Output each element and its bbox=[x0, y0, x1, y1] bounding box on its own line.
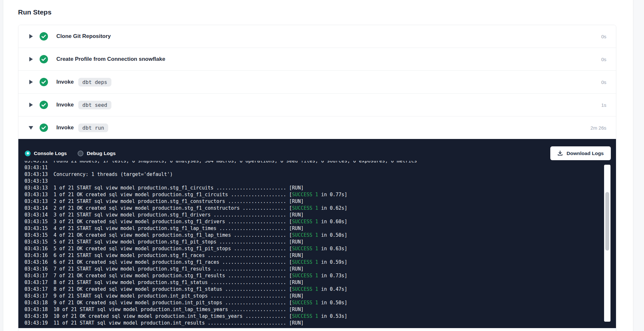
step-label: Create Profile from Connection snowflake bbox=[56, 56, 165, 62]
step-duration: 2m 26s bbox=[591, 125, 606, 131]
log-line: 03:43:13 1 of 21 OK created sql view mod… bbox=[24, 191, 600, 198]
log-success-token: SUCCESS 1 bbox=[292, 192, 318, 198]
download-icon bbox=[557, 151, 563, 156]
expand-caret-icon[interactable] bbox=[28, 57, 34, 61]
expand-caret-icon[interactable] bbox=[28, 80, 34, 84]
expand-caret-icon[interactable] bbox=[28, 103, 34, 107]
status-success-icon bbox=[40, 55, 48, 63]
log-line: 03:43:13 bbox=[24, 178, 600, 185]
log-success-token: SUCCESS 1 bbox=[292, 286, 318, 292]
log-line: 03:43:16 7 of 21 START sql view model pr… bbox=[24, 266, 600, 272]
scrollbar-track[interactable] bbox=[604, 165, 611, 322]
step-row[interactable]: Clone Git Repository 0s bbox=[18, 25, 616, 48]
expand-caret-icon[interactable] bbox=[28, 126, 34, 130]
status-success-icon bbox=[40, 101, 48, 109]
radio-icon bbox=[25, 151, 31, 156]
steps-list: Clone Git Repository 0s Create Profile f… bbox=[18, 25, 616, 139]
step-label: Clone Git Repository bbox=[56, 33, 111, 40]
log-success-token: SUCCESS 1 bbox=[292, 232, 318, 238]
log-line: 03:43:14 3 of 21 START sql view model pr… bbox=[24, 212, 600, 218]
log-line: 03:43:19 11 of 21 START sql view model p… bbox=[24, 320, 600, 326]
step-label: Invoke bbox=[56, 102, 74, 108]
step-row[interactable]: Create Profile from Connection snowflake… bbox=[18, 48, 616, 70]
log-success-token: SUCCESS 1 bbox=[292, 259, 318, 265]
console-header: Console Logs Debug Logs Download Logs bbox=[18, 139, 616, 160]
step-row[interactable]: Invoke dbt deps 0s bbox=[18, 70, 616, 93]
step-duration: 1s bbox=[601, 102, 606, 108]
log-success-token: SUCCESS 1 bbox=[292, 313, 318, 319]
step-label: Invoke bbox=[56, 124, 74, 131]
radio-label: Debug Logs bbox=[87, 151, 116, 156]
log-line: 03:43:13 2 of 21 START sql view model pr… bbox=[24, 198, 600, 205]
log-line: 03:43:17 8 of 21 OK created sql view mod… bbox=[24, 286, 600, 293]
expand-caret-icon[interactable] bbox=[28, 34, 34, 39]
log-line: 03:43:17 7 of 21 OK created sql view mod… bbox=[24, 272, 600, 279]
log-line: 03:43:17 9 of 21 START sql view model pr… bbox=[24, 293, 600, 299]
log-line: 03:43:15 4 of 21 START sql view model pr… bbox=[24, 225, 600, 232]
step-duration: 0s bbox=[601, 34, 606, 39]
download-logs-label: Download Logs bbox=[567, 151, 604, 156]
step-label: Invoke bbox=[56, 79, 74, 85]
status-success-icon bbox=[40, 32, 48, 41]
log-viewport[interactable]: 03:43:11 Found 21 models, 17 tests, 0 sn… bbox=[24, 161, 600, 328]
scrollbar-thumb[interactable] bbox=[605, 192, 609, 251]
radio-label: Console Logs bbox=[34, 151, 67, 156]
page-left-gutter bbox=[0, 0, 3, 331]
step-command-chip: dbt seed bbox=[78, 101, 111, 109]
log-tabs: Console Logs Debug Logs bbox=[25, 151, 127, 156]
page-right-gutter bbox=[633, 0, 644, 331]
step-command-chip: dbt deps bbox=[78, 78, 111, 87]
log-line: 03:43:15 4 of 21 OK created sql view mod… bbox=[24, 232, 600, 239]
log-line: 03:43:16 5 of 21 OK created sql view mod… bbox=[24, 245, 600, 252]
page-title: Run Steps bbox=[18, 8, 52, 16]
step-command-chip: dbt run bbox=[78, 124, 108, 132]
log-line: 03:43:19 10 of 21 OK created sql view mo… bbox=[24, 313, 600, 320]
log-line: 03:43:14 2 of 21 OK created sql view mod… bbox=[24, 205, 600, 212]
log-line: 03:43:18 10 of 21 START sql view model p… bbox=[24, 306, 600, 313]
log-success-token: SUCCESS 1 bbox=[292, 300, 318, 306]
step-duration: 0s bbox=[601, 57, 606, 62]
log-success-token: SUCCESS 1 bbox=[292, 205, 318, 211]
step-duration: 0s bbox=[601, 79, 606, 85]
radio-icon bbox=[78, 151, 83, 156]
tab-console-logs[interactable]: Console Logs bbox=[25, 151, 67, 156]
log-success-token: SUCCESS 1 bbox=[292, 219, 318, 225]
log-line: 03:43:15 3 of 21 OK created sql view mod… bbox=[24, 218, 600, 225]
step-row[interactable]: Invoke dbt seed 1s bbox=[18, 93, 616, 116]
log-line: 03:43:11 Found 21 models, 17 tests, 0 sn… bbox=[24, 161, 600, 164]
log-line: 03:43:11 bbox=[24, 164, 600, 171]
log-line: 03:43:16 6 of 21 START sql view model pr… bbox=[24, 252, 600, 259]
log-success-token: SUCCESS 1 bbox=[292, 246, 318, 252]
console-panel: Console Logs Debug Logs Download Logs 03… bbox=[18, 139, 616, 328]
run-steps-card: Clone Git Repository 0s Create Profile f… bbox=[18, 25, 616, 331]
log-success-token: SUCCESS 1 bbox=[292, 273, 318, 279]
tab-debug-logs[interactable]: Debug Logs bbox=[78, 151, 116, 156]
log-line: 03:43:15 5 of 21 START sql view model pr… bbox=[24, 239, 600, 245]
log-line: 03:43:13 1 of 21 START sql view model pr… bbox=[24, 185, 600, 191]
step-row[interactable]: Invoke dbt run 2m 26s bbox=[18, 116, 616, 139]
log-line: 03:43:18 9 of 21 OK created sql view mod… bbox=[24, 299, 600, 306]
log-line: 03:43:13 Concurrency: 1 threads (target=… bbox=[24, 171, 600, 178]
log-line: 03:43:16 6 of 21 OK created sql view mod… bbox=[24, 259, 600, 266]
download-logs-button[interactable]: Download Logs bbox=[550, 146, 611, 160]
status-success-icon bbox=[40, 78, 48, 86]
log-line: 03:43:17 8 of 21 START sql view model pr… bbox=[24, 279, 600, 286]
status-success-icon bbox=[40, 124, 48, 132]
